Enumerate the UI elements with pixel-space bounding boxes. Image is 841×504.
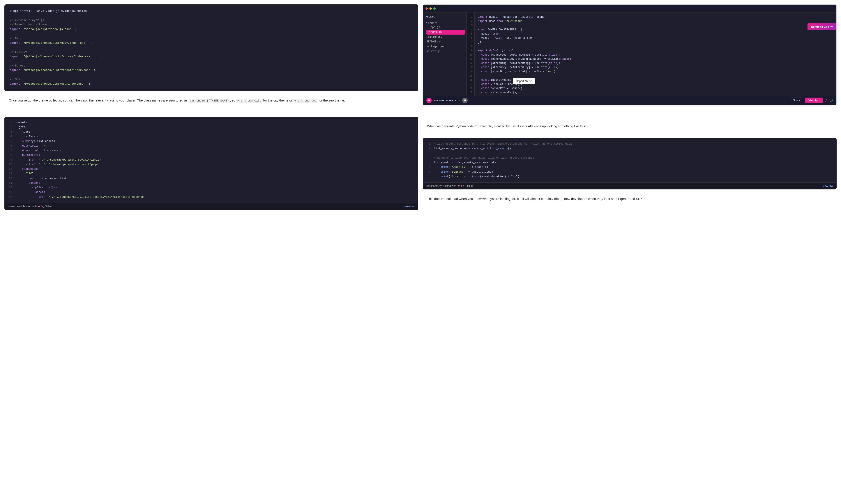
line-number: 8 bbox=[8, 153, 12, 158]
code-inline: vjs-theme-sea bbox=[293, 99, 317, 103]
svg-text:M: M bbox=[428, 99, 430, 102]
report-abuse-button[interactable]: Report Abuse bbox=[513, 78, 535, 84]
line-code: $ref: "../../schemas/api/v1/list-assets.… bbox=[16, 195, 145, 199]
line-code: get: bbox=[16, 125, 25, 130]
code-text: ; bbox=[75, 27, 76, 32]
code-line: const [connected, setConnected] = useSta… bbox=[478, 53, 833, 57]
yaml-line-4: 4 - Assets bbox=[8, 134, 415, 139]
view-raw-link[interactable]: view raw bbox=[823, 184, 833, 187]
heart-icon: ❤ bbox=[458, 184, 460, 187]
line-number: 2 bbox=[426, 146, 430, 151]
sidebar-file-server[interactable]: server.js bbox=[423, 49, 466, 54]
python-line-8: 8 print('Duration: ' + str(asset.duratio… bbox=[426, 174, 833, 179]
yaml-line-6: 6 description: "" bbox=[8, 144, 415, 148]
python-line-5: 5 for asset in list_assets_response.data… bbox=[426, 160, 833, 165]
code-line: import '@videojs/themes/dist/sea/index.c… bbox=[10, 82, 413, 86]
line-number: 11 bbox=[8, 167, 12, 172]
share-button[interactable]: Share bbox=[790, 97, 803, 103]
line-code: - $ref: "../../schemas/parameters.yaml#/… bbox=[16, 162, 99, 167]
yaml-line-11: 11 responses: bbox=[8, 167, 415, 172]
footer-github: by GitHub bbox=[41, 205, 53, 208]
prose-bottom2: This doesn't look bad when you know what… bbox=[423, 190, 837, 211]
embed-footer: M mmcc-next-streamr by U Share View App bbox=[423, 95, 836, 105]
line-number: 4 bbox=[426, 156, 430, 160]
line-code: operationId: list-assets bbox=[16, 148, 62, 153]
sidebar-file-readme[interactable]: README.md bbox=[423, 39, 466, 44]
line-code: print('Asset ID: ' + asset.id) bbox=[434, 165, 490, 169]
code-line: import 'video.js/dist/video-js.css'; bbox=[10, 27, 413, 32]
yaml-line-7: 7 operationId: list-assets bbox=[8, 148, 415, 153]
view-raw-link[interactable]: view raw bbox=[404, 205, 415, 208]
sidebar-file-app[interactable]: _app.js bbox=[423, 25, 466, 30]
embed-topbar bbox=[423, 5, 836, 13]
sidebar-file-package[interactable]: package.json bbox=[423, 44, 466, 49]
yaml-line-1: 1 /assets: bbox=[8, 121, 415, 125]
line-number: 16 bbox=[8, 190, 12, 195]
embed-code-area: Remix to Edit ✏ 123456789101112131415161… bbox=[467, 13, 836, 95]
code-keyword: import bbox=[10, 41, 20, 46]
embed-project-name: mmcc-next-streamr bbox=[433, 99, 456, 102]
code-string: '@videojs/themes/dist/forest/index.css' bbox=[24, 68, 90, 73]
code-comment: // Sea bbox=[10, 77, 20, 82]
yaml-code-panel: 1 /assets: 2 get: 3 tags: 4 - Assets bbox=[4, 117, 418, 210]
embed-file-sidebar: assets + ▾ pages/ _app.js index.js .giti… bbox=[423, 13, 467, 95]
prose-text-bottom2: This doesn't look bad when you know what… bbox=[427, 196, 832, 202]
code-block-npm: $ npm install --save video.js @videojs/t… bbox=[4, 4, 418, 91]
line-code: # We have to loop over the data field on… bbox=[434, 156, 534, 160]
line-code: parameters: bbox=[16, 153, 40, 158]
line-code: /assets: bbox=[16, 121, 29, 125]
prose-themes: Once you've got the theme pulled in, you… bbox=[4, 91, 418, 112]
code-text: ; bbox=[90, 41, 92, 46]
line-code: tags: bbox=[16, 130, 31, 134]
line-number: 14 bbox=[8, 181, 12, 185]
line-number: 5 bbox=[8, 139, 12, 144]
sidebar-file-gitignore[interactable]: .gitignore bbox=[423, 35, 466, 39]
code-line: // City bbox=[10, 36, 413, 41]
view-app-button[interactable]: View App bbox=[805, 97, 823, 103]
line-number: 4 bbox=[8, 134, 12, 139]
sidebar-file-index[interactable]: index.js bbox=[426, 30, 465, 35]
code-comment: // Base Video.js theme bbox=[10, 22, 48, 27]
yaml-line-5: 5 summary: List assets bbox=[8, 139, 415, 144]
python-code-content: 1 # list_assets_response is a mux_python… bbox=[423, 138, 836, 182]
line-code: description: "" bbox=[16, 144, 47, 148]
footer-github: by GitHub bbox=[461, 184, 473, 187]
python-line-6: 6 print('Asset ID: ' + asset.id) bbox=[426, 165, 833, 169]
edit-icon: ✏ bbox=[830, 25, 833, 29]
line-number: 1 bbox=[8, 121, 12, 125]
remix-to-edit-button[interactable]: Remix to Edit ✏ bbox=[807, 23, 836, 30]
code-keyword: import bbox=[10, 68, 20, 73]
line-code: content: bbox=[16, 181, 42, 185]
embed-author-avatar: U bbox=[462, 98, 468, 103]
line-number: 7 bbox=[426, 170, 430, 174]
prose-python: When we generate Python code for example… bbox=[423, 117, 837, 138]
python-line-1: 1 # list_assets_response is a mux_python… bbox=[426, 142, 833, 146]
footer-hosted-text: hosted with bbox=[23, 205, 37, 208]
code-string: 'video.js/dist/video-js.css' bbox=[24, 27, 71, 32]
line-number: 6 bbox=[426, 165, 430, 169]
footer-file-info: list-assets.py hosted with ❤ by GitHub bbox=[426, 184, 473, 187]
code-text: $ npm install --save video.js @videojs/t… bbox=[10, 9, 87, 14]
python-line-3: 3 bbox=[426, 151, 833, 156]
footer-file-info: assets.yaml hosted with ❤ by GitHub bbox=[8, 205, 53, 208]
line-number: 1 bbox=[426, 142, 430, 146]
expand-icon[interactable]: ⤢ bbox=[824, 98, 828, 103]
line-number: 9 bbox=[8, 158, 12, 162]
code-line: import React, { useEffect, useState, use… bbox=[478, 15, 833, 19]
line-number: 3 bbox=[8, 130, 12, 134]
line-code: summary: List assets bbox=[16, 139, 55, 144]
yaml-line-13: 13 description: Asset List bbox=[8, 176, 415, 181]
code-keyword: import bbox=[10, 82, 20, 86]
yaml-line-16: 16 schema: bbox=[8, 190, 415, 195]
line-code: "200": bbox=[16, 172, 35, 176]
npm-install-panel: $ npm install --save video.js @videojs/t… bbox=[4, 4, 418, 112]
sidebar-add-icon[interactable]: + bbox=[462, 16, 464, 18]
yaml-line-10: 10 - $ref: "../../schemas/parameters.yam… bbox=[8, 162, 415, 167]
code-inline: vjs-theme-${THEME_NAME} bbox=[189, 99, 230, 103]
line-code: schema: bbox=[16, 190, 47, 195]
code-text: ; bbox=[96, 54, 97, 59]
author-avatar-icon: U bbox=[462, 98, 468, 103]
line-number: 12 bbox=[8, 172, 12, 176]
code-text: ; bbox=[94, 68, 96, 73]
code-keyword: import bbox=[10, 54, 20, 59]
